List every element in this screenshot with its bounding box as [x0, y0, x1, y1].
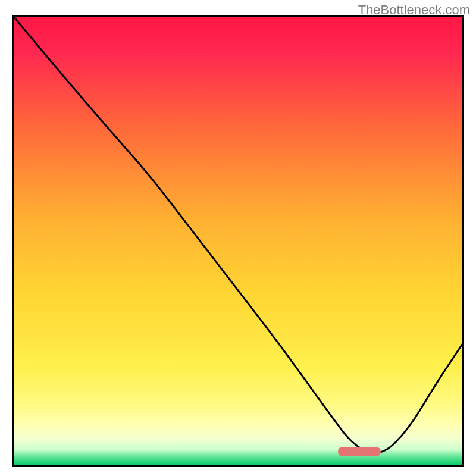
- plot-area: [14, 17, 462, 465]
- gradient-background: [14, 17, 462, 465]
- watermark-text: TheBottleneck.com: [358, 2, 470, 18]
- plot-frame: [12, 15, 464, 467]
- gradient-rect: [14, 17, 462, 465]
- optimal-marker: [338, 447, 381, 456]
